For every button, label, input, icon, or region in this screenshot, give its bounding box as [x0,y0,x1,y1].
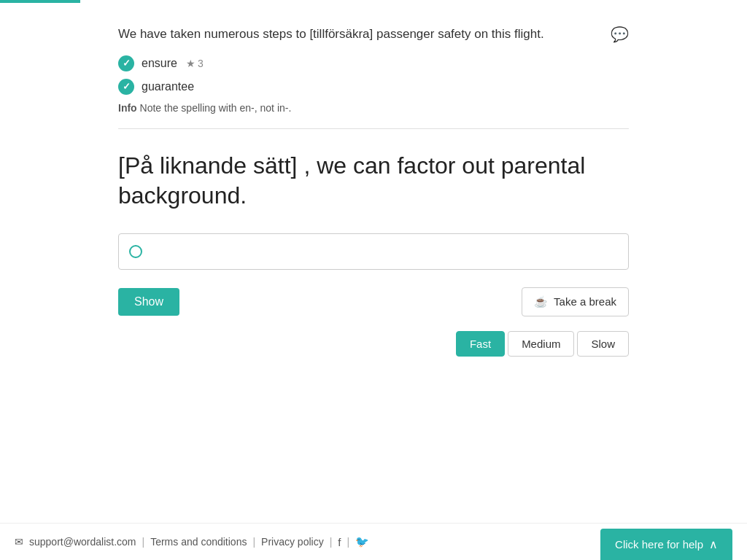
email-icon: ✉ [15,536,23,548]
comment-icon[interactable]: 💬 [611,23,629,45]
facebook-link[interactable]: f [338,536,341,548]
question-sentence: [På liknande sätt] , we can factor out p… [118,151,629,211]
check-icon-guarantee [118,79,134,95]
support-email-link[interactable]: support@wordalist.com [29,536,136,548]
answer-guarantee: guarantee [118,79,629,95]
privacy-link[interactable]: Privacy policy [261,536,324,548]
footer-left: ✉ support@wordalist.com | Terms and cond… [15,535,369,548]
buttons-row: Show ☕ Take a break [118,287,629,316]
speed-slow-button[interactable]: Slow [577,331,629,357]
speed-fast-button[interactable]: Fast [456,331,505,357]
previous-sentence-text: 💬 We have taken numerous steps to [tillf… [118,25,629,44]
answer-ensure: ensure ★ 3 [118,55,629,71]
twitter-icon: 🐦 [355,535,369,548]
show-button[interactable]: Show [118,288,179,316]
speed-row: Fast Medium Slow [118,331,629,357]
main-content: 💬 We have taken numerous steps to [tillf… [104,3,643,429]
take-break-button[interactable]: ☕ Take a break [522,287,629,316]
coffee-icon: ☕ [534,295,548,308]
answer-input-container[interactable] [118,233,629,270]
question-section: [På liknande sätt] , we can factor out p… [118,151,629,357]
help-button-label: Click here for help [615,538,703,551]
star-rating: ★ 3 [186,58,204,69]
click-help-button[interactable]: Click here for help ∧ [600,529,732,560]
facebook-icon: f [338,536,341,548]
twitter-link[interactable]: 🐦 [355,535,369,548]
check-icon-ensure [118,55,134,71]
chevron-up-icon: ∧ [709,537,718,551]
info-text: Info Note the spelling with en-, not in-… [118,102,629,114]
input-circle [129,245,142,258]
progress-bar [0,0,80,3]
terms-link[interactable]: Terms and conditions [150,536,247,548]
star-icon: ★ [186,58,196,69]
speed-medium-button[interactable]: Medium [508,331,574,357]
previous-sentence-section: 💬 We have taken numerous steps to [tillf… [118,25,629,129]
